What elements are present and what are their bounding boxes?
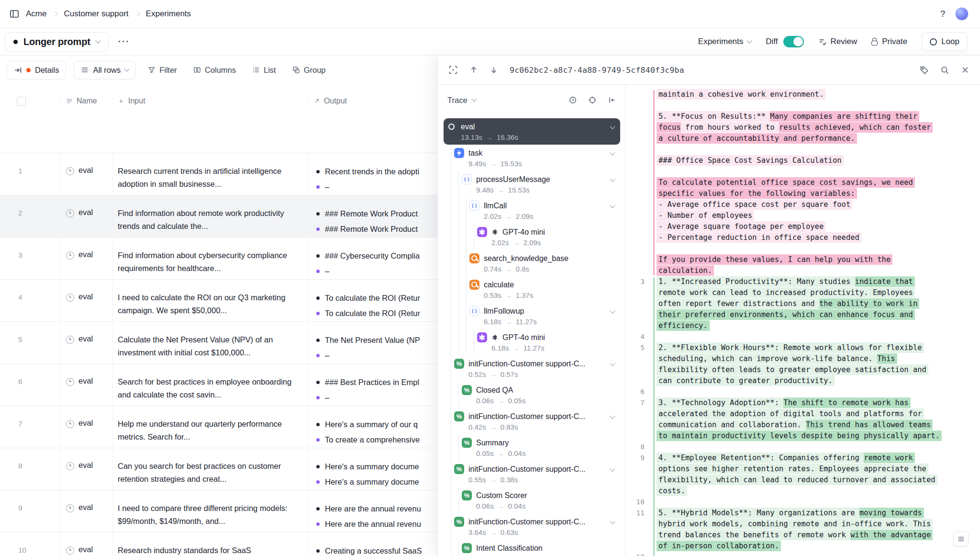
- select-all-checkbox[interactable]: [17, 97, 26, 106]
- diff-segment: 3. **Technology Adoption**:: [657, 397, 783, 408]
- diff-viewer[interactable]: maintain a cohesive work environment.5. …: [625, 85, 980, 556]
- output-bullet: [316, 381, 320, 384]
- tag-icon[interactable]: [920, 66, 929, 75]
- help-icon[interactable]: ?: [937, 7, 948, 21]
- group-button[interactable]: Group: [288, 66, 330, 75]
- trace-node[interactable]: ()processUserMessage9.48s→15.53s: [444, 171, 620, 197]
- diff-line-text: efficiency.: [657, 320, 710, 331]
- diff-line: flexibility, which can lead to reduced t…: [625, 475, 980, 486]
- previous-row-icon[interactable]: [469, 66, 478, 74]
- filter-button[interactable]: Filter: [144, 66, 181, 75]
- diff-line: [625, 243, 980, 254]
- trace-node[interactable]: %Intent Classification: [444, 540, 620, 556]
- openai-logo-icon: [491, 228, 499, 236]
- columns-button[interactable]: Columns: [189, 66, 240, 75]
- diff-line-number: 11: [625, 508, 653, 519]
- experiments-dropdown[interactable]: Experiments: [698, 37, 751, 46]
- diff-line: [625, 166, 980, 177]
- trace-node[interactable]: task9.49s→15.53s: [444, 145, 620, 171]
- trace-node[interactable]: search_knowledge_base0.74s→0.8s: [444, 250, 620, 276]
- diff-line: 52. **Flexible Work Hours**: Remote work…: [625, 342, 980, 353]
- trace-node[interactable]: %Closed QA0.06s→0.05s: [444, 382, 620, 408]
- review-button[interactable]: Review: [818, 37, 858, 46]
- diff-toggle[interactable]: [783, 36, 804, 47]
- trace-node[interactable]: ()llmFollowup6.18s→11.27s: [444, 303, 620, 329]
- trace-node-label: initFunction-Customer support-C...: [468, 517, 586, 527]
- trace-node[interactable]: ()llmCall2.02s→2.09s: [444, 197, 620, 224]
- task-icon: [454, 148, 464, 158]
- diff-segment: often report fewer distractions and: [657, 298, 819, 309]
- close-icon[interactable]: [961, 66, 969, 74]
- private-button[interactable]: Private: [871, 37, 907, 46]
- trace-node-label: processUserMessage: [476, 174, 550, 184]
- collapse-panel-icon[interactable]: [608, 96, 616, 104]
- diff-line-number: [625, 199, 653, 210]
- diff-line-number: 7: [625, 397, 653, 408]
- trace-node[interactable]: GPT-4o mini6.18s→11.27s: [444, 329, 620, 355]
- diff-line-text: communication and collaboration. This tr…: [657, 420, 933, 431]
- expand-panel-icon[interactable]: [448, 65, 458, 75]
- breadcrumb-section[interactable]: Experiments: [146, 9, 191, 19]
- trace-node[interactable]: %Custom Scorer0.06s→0.04s: [444, 487, 620, 513]
- duration-value: 0.06s: [476, 396, 494, 406]
- trace-node[interactable]: calculate0.53s→1.37s: [444, 276, 620, 303]
- trace-node[interactable]: eval13.13s→16.36s: [444, 118, 620, 145]
- diff-line-number: 4: [625, 331, 653, 342]
- crosshair-icon[interactable]: [588, 96, 597, 104]
- diff-line: - Average square footage per employee: [625, 221, 980, 232]
- trace-view-dropdown[interactable]: Trace: [447, 96, 476, 105]
- chevron-down-icon: [610, 413, 615, 419]
- review-icon: [818, 38, 826, 46]
- loop-label: Loop: [941, 37, 959, 46]
- diff-line-number: [625, 353, 653, 364]
- trace-node[interactable]: %initFunction-Customer support-C...0.42s…: [444, 408, 620, 434]
- breadcrumb-project[interactable]: Customer support: [64, 9, 128, 19]
- output-bullet: [316, 170, 320, 173]
- diff-changed-segment: to maintain productivity levels despite …: [657, 431, 942, 441]
- trace-node[interactable]: GPT-4o mini2.02s→2.09s: [444, 224, 620, 250]
- eval-clock-icon: [66, 546, 74, 555]
- diff-segment: - Number of employees: [657, 210, 754, 221]
- content: Details All rows Filter Columns List: [0, 56, 980, 556]
- openai-logo-icon: [491, 334, 499, 341]
- loop-button[interactable]: Loop: [922, 32, 968, 51]
- diff-changed-segment: Many companies are shifting their: [770, 111, 919, 122]
- diff-line-number: 10: [625, 497, 653, 508]
- all-rows-dropdown[interactable]: All rows: [74, 61, 136, 79]
- more-options-button[interactable]: ···: [114, 34, 134, 49]
- search-icon[interactable]: [940, 66, 949, 75]
- details-button[interactable]: Details: [7, 61, 66, 79]
- indent-guide-line: [454, 201, 462, 224]
- trace-node[interactable]: %initFunction-Customer support-C...3.64s…: [444, 513, 620, 540]
- trace-tree[interactable]: eval13.13s→16.36stask9.49s→15.53s()proce…: [438, 115, 625, 556]
- input-cell: I need to compare three different pricin…: [112, 490, 308, 532]
- trace-node[interactable]: %initFunction-Customer support-C...0.55s…: [444, 461, 620, 487]
- column-header-name[interactable]: Name: [60, 97, 112, 105]
- indent-guide-line: [446, 464, 454, 487]
- details-label: Details: [35, 66, 59, 75]
- sidebar-toggle-icon[interactable]: [10, 9, 19, 19]
- diff-line: specific values for the following variab…: [625, 188, 980, 199]
- next-row-icon[interactable]: [490, 66, 498, 74]
- list-button[interactable]: List: [248, 66, 280, 75]
- timer-icon[interactable]: [568, 96, 577, 104]
- trace-node[interactable]: %initFunction-Customer support-C...0.52s…: [444, 355, 620, 382]
- breadcrumb: Acme Customer support Experiments: [26, 9, 191, 19]
- avatar[interactable]: [955, 7, 969, 21]
- experiment-selector[interactable]: Longer prompt: [5, 32, 109, 52]
- diff-line-number: 9: [625, 453, 653, 464]
- breadcrumb-org[interactable]: Acme: [26, 9, 46, 19]
- diff-line-text: 4. **Employee Retention**: Companies off…: [657, 453, 915, 464]
- scorer-icon: %: [454, 411, 464, 421]
- name-text: eval: [78, 419, 93, 428]
- arrow-down-icon: [118, 98, 124, 104]
- diff-changed-segment: a culture of accountability and performa…: [657, 133, 857, 144]
- indent-guides: [446, 411, 454, 434]
- diff-line-number: [625, 133, 653, 144]
- view-raw-button[interactable]: [953, 531, 969, 546]
- indent-guide-line: [454, 174, 462, 197]
- column-header-input[interactable]: Input: [112, 97, 308, 105]
- eval-clock-icon: [66, 420, 74, 428]
- trace-node-label: task: [468, 148, 482, 158]
- trace-node[interactable]: %Summary0.05s→0.04s: [444, 434, 620, 461]
